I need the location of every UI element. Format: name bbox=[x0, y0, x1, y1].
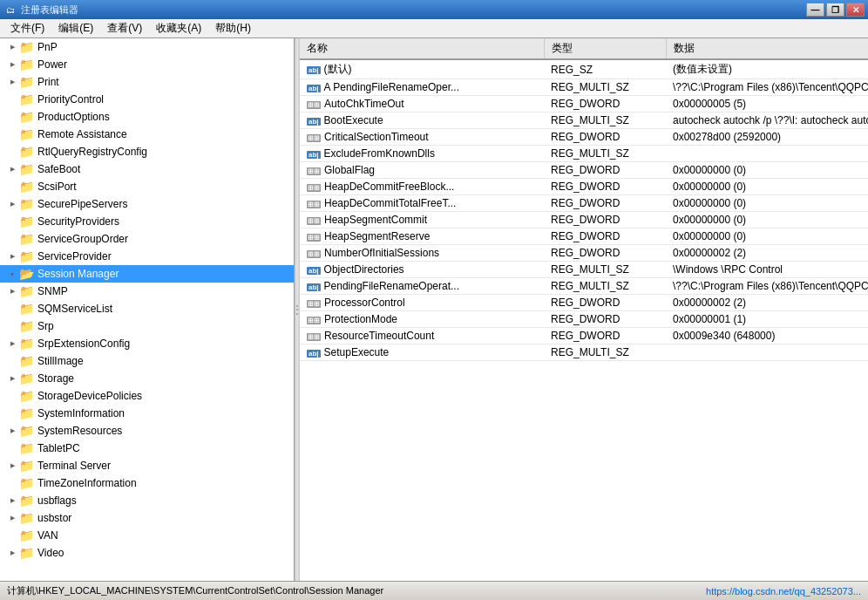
table-row[interactable]: ab|BootExecuteREG_MULTI_SZautocheck auto… bbox=[300, 112, 868, 129]
col-data[interactable]: 数据 bbox=[666, 38, 868, 59]
tree-expand-icon[interactable] bbox=[7, 216, 17, 227]
tree-expand-icon[interactable] bbox=[7, 129, 17, 140]
menu-edit[interactable]: 编辑(E) bbox=[51, 19, 100, 38]
close-button[interactable]: ✕ bbox=[846, 3, 865, 17]
folder-icon: 📁 bbox=[19, 111, 34, 123]
table-row[interactable]: ⊞⊞HeapSegmentReserveREG_DWORD0x00000000 … bbox=[300, 228, 868, 245]
table-row[interactable]: ab|ObjectDirectoriesREG_MULTI_SZ\Windows… bbox=[300, 262, 868, 278]
table-row[interactable]: ⊞⊞ResourceTimeoutCountREG_DWORD0x0009e34… bbox=[300, 328, 868, 344]
tree-item[interactable]: 📁PriorityControl bbox=[0, 91, 294, 108]
table-row[interactable]: ab|ExcludeFromKnownDllsREG_MULTI_SZ bbox=[300, 146, 868, 162]
minimize-button[interactable]: — bbox=[806, 3, 824, 17]
tree-item[interactable]: 📁ServiceGroupOrder bbox=[0, 230, 294, 248]
tree-item[interactable]: 📁VAN bbox=[0, 527, 294, 544]
tree-expand-icon[interactable] bbox=[7, 426, 17, 436]
folder-icon: 📁 bbox=[19, 163, 34, 175]
col-type[interactable]: 类型 bbox=[544, 38, 666, 59]
tree-scroll[interactable]: 📁PnP📁Power📁Print📁PriorityControl📁Product… bbox=[0, 38, 294, 581]
table-row[interactable]: ab|A PendingFileRenameOper...REG_MULTI_S… bbox=[300, 79, 868, 96]
tree-expand-icon[interactable] bbox=[7, 181, 17, 192]
restore-button[interactable]: ❐ bbox=[826, 3, 844, 17]
tree-expand-icon[interactable] bbox=[7, 391, 17, 401]
tree-expand-icon[interactable] bbox=[7, 234, 17, 244]
tree-item[interactable]: 📁Srp bbox=[0, 317, 294, 335]
data-panel: 名称 类型 数据 ab|(默认)REG_SZ(数值未设置)ab|A Pendin… bbox=[300, 38, 868, 581]
tree-item[interactable]: 📁SafeBoot bbox=[0, 160, 294, 178]
data-scroll[interactable]: 名称 类型 数据 ab|(默认)REG_SZ(数值未设置)ab|A Pendin… bbox=[300, 38, 868, 581]
tree-expand-icon[interactable] bbox=[7, 356, 17, 366]
tree-expand-icon[interactable] bbox=[7, 286, 17, 297]
tree-expand-icon[interactable] bbox=[7, 269, 17, 279]
folder-icon: 📁 bbox=[19, 41, 34, 53]
tree-item[interactable]: 📁usbflags bbox=[0, 492, 294, 509]
tree-item[interactable]: 📁TimeZoneInformation bbox=[0, 474, 294, 492]
table-row[interactable]: ⊞⊞NumberOfInitialSessionsREG_DWORD0x0000… bbox=[300, 245, 868, 262]
tree-expand-icon[interactable] bbox=[7, 513, 17, 523]
tree-item[interactable]: 📁SecurePipeServers bbox=[0, 195, 294, 213]
tree-item[interactable]: 📁SQMServiceList bbox=[0, 300, 294, 317]
tree-item[interactable]: 📁usbstor bbox=[0, 509, 294, 527]
tree-expand-icon[interactable] bbox=[7, 478, 17, 488]
tree-expand-icon[interactable] bbox=[7, 338, 17, 349]
tree-expand-icon[interactable] bbox=[7, 112, 17, 122]
tree-expand-icon[interactable] bbox=[7, 77, 17, 87]
reg-data-cell: 0x00000000 (0) bbox=[666, 179, 868, 195]
table-row[interactable]: ab|(默认)REG_SZ(数值未设置) bbox=[300, 59, 868, 79]
tree-item[interactable]: 📁StillImage bbox=[0, 352, 294, 370]
tree-item[interactable]: 📂Session Manager bbox=[0, 265, 294, 283]
tree-expand-icon[interactable] bbox=[7, 373, 17, 384]
tree-item[interactable]: 📁ProductOptions bbox=[0, 108, 294, 126]
menu-view[interactable]: 查看(V) bbox=[100, 19, 149, 38]
tree-expand-icon[interactable] bbox=[7, 460, 17, 471]
tree-item[interactable]: 📁ScsiPort bbox=[0, 178, 294, 195]
table-row[interactable]: ab|PendingFileRenameOperat...REG_MULTI_S… bbox=[300, 278, 868, 295]
tree-item[interactable]: 📁Terminal Server bbox=[0, 457, 294, 474]
menu-favorites[interactable]: 收藏夹(A) bbox=[149, 19, 208, 38]
table-row[interactable]: ⊞⊞ProcessorControlREG_DWORD0x00000002 (2… bbox=[300, 295, 868, 311]
reg-name-cell: ⊞⊞ProcessorControl bbox=[300, 295, 544, 311]
table-row[interactable]: ⊞⊞HeapDeCommitFreeBlock...REG_DWORD0x000… bbox=[300, 179, 868, 195]
tree-item[interactable]: 📁RtlQueryRegistryConfig bbox=[0, 143, 294, 160]
reg-name-cell: ⊞⊞CriticalSectionTimeout bbox=[300, 129, 544, 146]
tree-item[interactable]: 📁SystemInformation bbox=[0, 405, 294, 422]
tree-item[interactable]: 📁StorageDevicePolicies bbox=[0, 387, 294, 405]
folder-icon: 📁 bbox=[19, 320, 34, 332]
tree-expand-icon[interactable] bbox=[7, 303, 17, 314]
tree-expand-icon[interactable] bbox=[7, 94, 17, 105]
tree-item[interactable]: 📁TabletPC bbox=[0, 440, 294, 457]
tree-expand-icon[interactable] bbox=[7, 164, 17, 174]
tree-item[interactable]: 📁SecurityProviders bbox=[0, 213, 294, 230]
tree-item[interactable]: 📁SNMP bbox=[0, 283, 294, 300]
tree-expand-icon[interactable] bbox=[7, 443, 17, 453]
table-row[interactable]: ⊞⊞ProtectionModeREG_DWORD0x00000001 (1) bbox=[300, 311, 868, 328]
tree-item[interactable]: 📁Remote Assistance bbox=[0, 126, 294, 143]
table-row[interactable]: ⊞⊞HeapSegmentCommitREG_DWORD0x00000000 (… bbox=[300, 212, 868, 228]
menu-file[interactable]: 文件(F) bbox=[3, 19, 51, 38]
tree-expand-icon[interactable] bbox=[7, 321, 17, 331]
table-row[interactable]: ab|SetupExecuteREG_MULTI_SZ bbox=[300, 344, 868, 361]
tree-item[interactable]: 📁Power bbox=[0, 56, 294, 73]
tree-item[interactable]: 📁SystemResources bbox=[0, 422, 294, 440]
tree-item[interactable]: 📁ServiceProvider bbox=[0, 248, 294, 265]
table-row[interactable]: ⊞⊞CriticalSectionTimeoutREG_DWORD0x00278… bbox=[300, 129, 868, 146]
col-name[interactable]: 名称 bbox=[300, 38, 544, 59]
tree-expand-icon[interactable] bbox=[7, 548, 17, 558]
reg-type-cell: REG_DWORD bbox=[544, 179, 666, 195]
tree-expand-icon[interactable] bbox=[7, 251, 17, 262]
tree-expand-icon[interactable] bbox=[7, 147, 17, 157]
tree-expand-icon[interactable] bbox=[7, 59, 17, 70]
tree-item[interactable]: 📁Video bbox=[0, 544, 294, 562]
tree-item[interactable]: 📁PnP bbox=[0, 38, 294, 56]
tree-expand-icon[interactable] bbox=[7, 495, 17, 506]
table-row[interactable]: ⊞⊞GlobalFlagREG_DWORD0x00000000 (0) bbox=[300, 162, 868, 179]
tree-item[interactable]: 📁Print bbox=[0, 73, 294, 91]
menu-help[interactable]: 帮助(H) bbox=[208, 19, 258, 38]
tree-item[interactable]: 📁SrpExtensionConfig bbox=[0, 335, 294, 352]
tree-item[interactable]: 📁Storage bbox=[0, 370, 294, 387]
tree-expand-icon[interactable] bbox=[7, 199, 17, 209]
tree-expand-icon[interactable] bbox=[7, 530, 17, 541]
tree-expand-icon[interactable] bbox=[7, 408, 17, 419]
tree-expand-icon[interactable] bbox=[7, 42, 17, 52]
table-row[interactable]: ⊞⊞AutoChkTimeOutREG_DWORD0x00000005 (5) bbox=[300, 96, 868, 112]
table-row[interactable]: ⊞⊞HeapDeCommitTotalFreeT...REG_DWORD0x00… bbox=[300, 195, 868, 212]
